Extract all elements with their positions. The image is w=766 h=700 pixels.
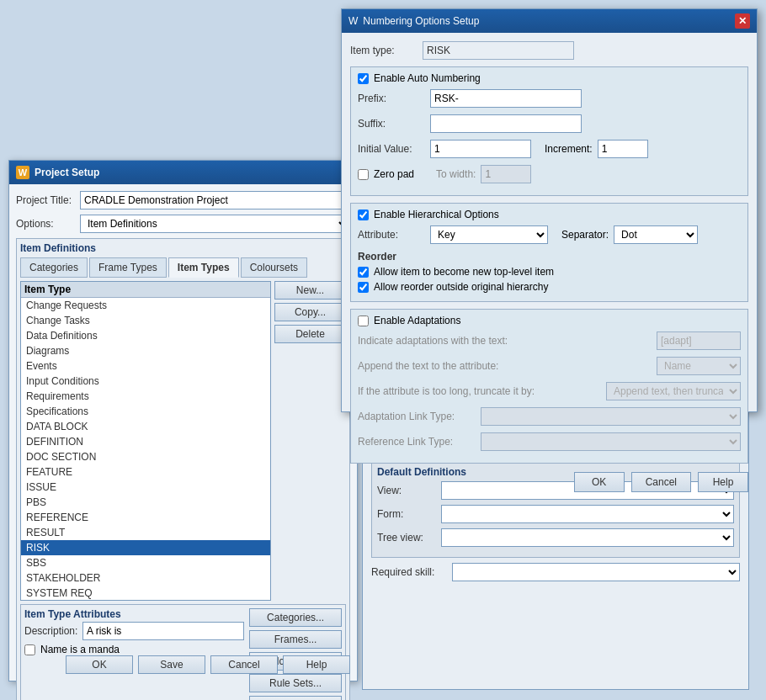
list-item[interactable]: REFERENCE [21,510,270,525]
tab-frame-types[interactable]: Frame Types [89,257,167,278]
close-button[interactable]: ✕ [735,13,750,29]
attribute-label: Attribute: [358,229,425,241]
reorder-section: Reorder Allow item to become new top-lev… [358,251,741,293]
allow-top-level-label: Allow item to become new top-level item [374,266,554,278]
project-setup-titlebar: W Project Setup [9,161,357,184]
required-skill-select[interactable] [452,563,740,581]
list-item[interactable]: Diagrams [21,343,270,358]
adapt-link-select [481,407,741,426]
name-mandatory-checkbox[interactable] [24,644,35,655]
initial-value-label: Initial Value: [358,143,425,155]
item-type-attrs-section: Item Type Attributes Description: Name i… [20,604,346,700]
tab-categories[interactable]: Categories [20,257,88,278]
list-item[interactable]: PBS [21,495,270,510]
project-setup-window: W Project Setup Project Title: Options: … [8,160,358,681]
prefix-input[interactable] [430,89,582,108]
num-ok-button[interactable]: OK [574,472,625,492]
list-item[interactable]: FEATURE [21,464,270,480]
separator-label: Separator: [561,229,609,241]
attr-buttons: Categories... Frames... Calculations... … [249,608,342,700]
list-item[interactable]: Requirements [21,389,270,404]
list-header: Item Type [21,282,270,298]
increment-label: Increment: [545,143,593,155]
item-type-list[interactable]: Item Type Change Requests Change Tasks D… [20,281,271,601]
list-item[interactable]: SYSTEM REQ [21,586,270,601]
list-item[interactable]: Specifications [21,404,270,419]
list-item[interactable]: DATA BLOCK [21,419,270,434]
project-title-input[interactable] [80,191,350,209]
list-item[interactable]: Events [21,358,270,374]
num-help-button[interactable]: Help [698,472,748,492]
list-item-risk[interactable]: RISK [21,540,270,555]
enable-auto-numbering-checkbox[interactable] [358,73,369,84]
to-width-input [481,165,531,183]
list-item[interactable]: Input Conditions [21,374,270,389]
form-label: Form: [377,508,436,520]
indicate-adaptations-label: Indicate adaptations with the text: [358,335,652,347]
prefix-label: Prefix: [358,93,425,104]
rule-sets-button[interactable]: Rule Sets... [249,674,342,692]
change-history-button[interactable]: Change History... [249,696,342,700]
enable-hierarchical-label: Enable Hierarchical Options [374,209,499,220]
new-button[interactable]: New... [274,281,346,300]
increment-input[interactable] [598,140,648,158]
reference-link-select [481,432,741,451]
cancel-button[interactable]: Cancel [210,655,278,674]
list-item[interactable]: SBS [21,555,270,570]
options-select[interactable]: Item Definitions [80,215,350,233]
hierarchical-section: Enable Hierarchical Options Attribute: K… [350,203,748,302]
w-logo-icon: W [16,166,29,179]
item-type-attrs-title: Item Type Attributes [24,608,244,620]
attribute-select[interactable]: Key [430,225,548,244]
auto-numbering-section: Enable Auto Numbering Prefix: Suffix: In… [350,66,748,196]
desc-label: Description: [24,625,79,637]
categories-button[interactable]: Categories... [249,608,342,627]
frames-button[interactable]: Frames... [249,630,342,649]
truncate-select: Append text, then truncate [606,382,741,400]
enable-adaptations-label: Enable Adaptations [374,315,460,326]
ok-button[interactable]: OK [66,655,133,674]
allow-top-level-checkbox[interactable] [358,267,369,278]
separator-select[interactable]: Dot [614,225,698,244]
list-item[interactable]: Change Tasks [21,313,270,328]
list-item[interactable]: Change Requests [21,298,270,313]
enable-auto-numbering-label: Enable Auto Numbering [374,72,481,84]
initial-value-input[interactable] [430,140,531,158]
list-item[interactable]: RESULT [21,525,270,540]
suffix-input[interactable] [430,114,582,133]
save-button[interactable]: Save [138,655,205,674]
list-item[interactable]: DOC SECTION [21,449,270,464]
numbering-dialog: W Numbering Options Setup ✕ Item type: E… [341,8,758,412]
tree-view-label: Tree view: [377,532,436,544]
numbering-dialog-title: Numbering Options Setup [363,15,479,27]
tab-bar: Categories Frame Types Item Types Colour… [20,257,346,278]
num-cancel-button[interactable]: Cancel [631,472,691,492]
required-skill-row: Required skill: [371,563,740,581]
truncate-label: If the attribute is too long, truncate i… [358,385,601,397]
tab-item-types[interactable]: Item Types [168,257,239,278]
list-item[interactable]: Data Definitions [21,328,270,343]
list-item[interactable]: STAKEHOLDER [21,570,270,586]
description-input[interactable] [82,622,244,640]
w-logo-icon-num: W [348,15,358,27]
append-text-select: Name [657,357,741,375]
project-title-label: Project Title: [16,194,75,206]
item-defs-title: Item Definitions [20,242,346,254]
zero-pad-label: Zero pad [374,168,414,180]
project-setup-bottom-buttons: OK Save Cancel Help [66,655,350,674]
enable-adaptations-checkbox[interactable] [358,316,369,326]
copy-button[interactable]: Copy... [274,303,346,321]
enable-hierarchical-checkbox[interactable] [358,209,369,220]
list-item[interactable]: ISSUE [21,480,270,495]
tree-view-select[interactable] [441,528,734,547]
numbering-titlebar: W Numbering Options Setup ✕ [342,9,757,33]
options-label: Options: [16,218,75,230]
form-select[interactable] [441,505,734,523]
list-item[interactable]: DEFINITION [21,434,270,449]
list-action-buttons: New... Copy... Delete [274,281,346,601]
help-button[interactable]: Help [283,655,350,674]
delete-button[interactable]: Delete [274,325,346,343]
allow-reorder-checkbox[interactable] [358,282,369,293]
zero-pad-checkbox[interactable] [358,169,369,180]
tab-coloursets[interactable]: Coloursets [241,257,307,278]
